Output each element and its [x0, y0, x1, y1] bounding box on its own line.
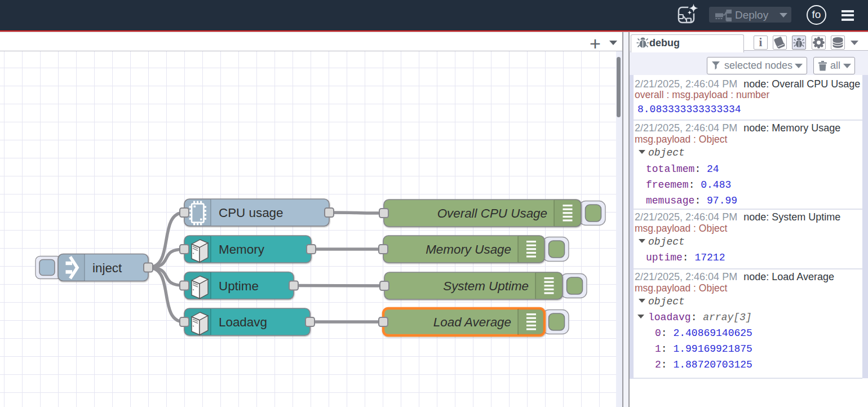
svg-text:Overall CPU Usage: Overall CPU Usage: [437, 206, 547, 220]
svg-text:Uptime: Uptime: [219, 279, 259, 293]
svg-text:Memory: Memory: [219, 242, 265, 256]
svg-text:Loadavg: Loadavg: [219, 315, 267, 329]
svg-text:System Uptime: System Uptime: [443, 279, 529, 293]
svg-text:Load Average: Load Average: [433, 315, 511, 329]
svg-text:inject: inject: [92, 261, 122, 275]
svg-text:Memory Usage: Memory Usage: [426, 242, 511, 256]
svg-text:CPU usage: CPU usage: [219, 206, 284, 220]
